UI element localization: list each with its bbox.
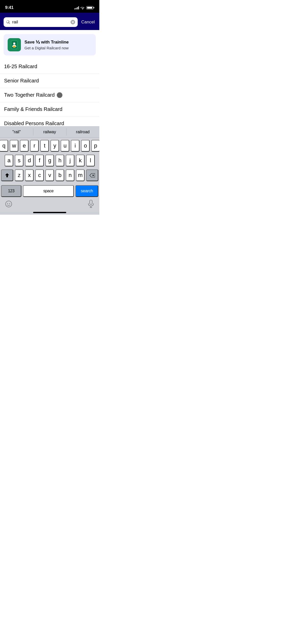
search-input-wrapper[interactable] (4, 17, 78, 27)
shift-key[interactable] (1, 169, 13, 181)
nav-bar-top (0, 13, 99, 15)
emoji-button[interactable] (4, 199, 13, 209)
key-row-0: qwertyuiop (1, 140, 98, 152)
result-item[interactable]: Family & Friends Railcard (0, 102, 99, 116)
battery-icon (86, 6, 94, 9)
svg-point-11 (7, 203, 8, 204)
search-icon (6, 20, 10, 24)
mic-icon (88, 200, 94, 208)
svg-point-12 (9, 203, 10, 204)
emoji-icon (5, 200, 12, 208)
search-bar-container: Cancel (0, 15, 99, 30)
key-y[interactable]: y (50, 140, 59, 152)
svg-rect-13 (90, 200, 92, 204)
dot-badge (57, 92, 62, 98)
key-e[interactable]: e (20, 140, 29, 152)
promo-icon (8, 38, 21, 51)
railcard-icon (10, 40, 19, 49)
promo-title: Save ⅓ with Trainline (24, 39, 69, 45)
status-time: 9:41 (5, 5, 13, 10)
key-v[interactable]: v (45, 169, 54, 181)
key-i[interactable]: i (71, 140, 79, 152)
key-f[interactable]: f (35, 155, 44, 166)
key-k[interactable]: k (76, 155, 85, 166)
key-c[interactable]: c (35, 169, 44, 181)
result-item[interactable]: Senior Railcard (0, 74, 99, 88)
key-q[interactable]: q (0, 140, 8, 152)
cancel-button[interactable]: Cancel (80, 20, 96, 25)
wifi-icon (80, 6, 85, 9)
key-z[interactable]: z (15, 169, 23, 181)
space-key[interactable]: space (23, 185, 74, 197)
key-p[interactable]: p (91, 140, 99, 152)
shift-icon (5, 173, 10, 178)
svg-point-2 (13, 42, 15, 45)
key-row-2: zxcvbnm (1, 169, 98, 181)
autocomplete-item[interactable]: "rail" (0, 126, 33, 138)
key-w[interactable]: w (10, 140, 18, 152)
key-row-1: asdfghjkl (1, 155, 98, 166)
promo-text: Save ⅓ with Trainline Get a Digital Rail… (24, 39, 69, 50)
numbers-key[interactable]: 123 (1, 185, 21, 197)
promo-subtitle: Get a Digital Railcard now (24, 46, 69, 50)
key-x[interactable]: x (25, 169, 34, 181)
key-s[interactable]: s (15, 155, 23, 166)
keyboard-rows: qwertyuiopasdfghjklzxcvbnm (0, 138, 99, 185)
delete-key[interactable] (86, 169, 98, 181)
result-item[interactable]: Two Together Railcard (0, 88, 99, 102)
key-n[interactable]: n (66, 169, 74, 181)
key-d[interactable]: d (25, 155, 34, 166)
autocomplete-bar: "rail"railwayrailroad (0, 126, 99, 138)
key-u[interactable]: u (61, 140, 69, 152)
key-t[interactable]: t (40, 140, 49, 152)
status-bar: 9:41 (0, 0, 99, 13)
svg-point-10 (6, 201, 12, 207)
search-input[interactable] (12, 20, 69, 25)
keyboard-extras (0, 198, 99, 212)
clear-button[interactable] (71, 20, 75, 24)
key-b[interactable]: b (56, 169, 64, 181)
autocomplete-item[interactable]: railway (33, 126, 66, 138)
key-o[interactable]: o (81, 140, 90, 152)
delete-icon (89, 173, 95, 178)
key-a[interactable]: a (5, 155, 13, 166)
mic-button[interactable] (87, 199, 95, 210)
promo-card[interactable]: Save ⅓ with Trainline Get a Digital Rail… (4, 34, 96, 55)
home-indicator (0, 212, 99, 215)
key-l[interactable]: l (86, 155, 95, 166)
key-g[interactable]: g (45, 155, 54, 166)
key-h[interactable]: h (56, 155, 64, 166)
home-bar (33, 212, 66, 213)
signal-icon (74, 6, 79, 9)
key-r[interactable]: r (30, 140, 39, 152)
result-item[interactable]: 16-25 Railcard (0, 60, 99, 74)
key-m[interactable]: m (76, 169, 85, 181)
keyboard: "rail"railwayrailroad qwertyuiopasdfghjk… (0, 126, 99, 215)
autocomplete-item[interactable]: railroad (66, 126, 99, 138)
key-j[interactable]: j (66, 155, 74, 166)
search-key[interactable]: search (75, 185, 98, 197)
status-icons (74, 6, 94, 9)
